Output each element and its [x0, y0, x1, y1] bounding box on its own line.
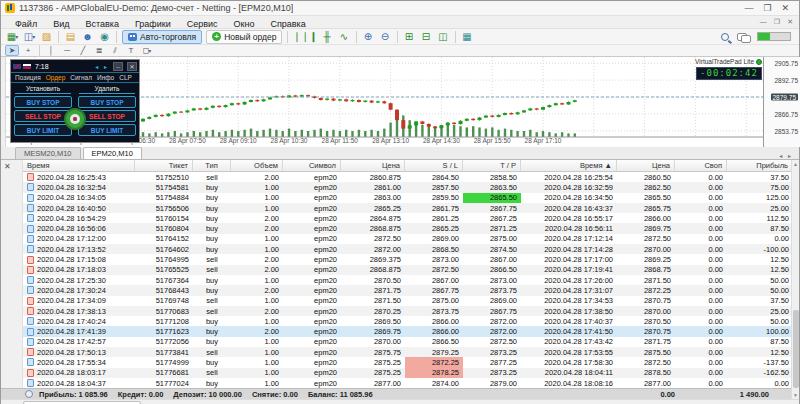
table-row[interactable]: 2020.04.28 16:40:5051756506buy1.00epm202…	[23, 203, 793, 213]
vtp-target-icon[interactable]	[64, 108, 86, 130]
contacts-icon[interactable]: ☻	[80, 30, 95, 44]
shapes-icon[interactable]: ◻▾	[140, 45, 154, 56]
chart-tab-MESM20,M10[interactable]: MESM20,M10	[15, 147, 81, 159]
chart-tab-EPM20,M10[interactable]: EPM20,M10	[83, 147, 142, 159]
table-row[interactable]: 2020.04.28 17:55:3451774999buy1.00epm202…	[23, 357, 793, 367]
column-header-6[interactable]: S / L	[405, 160, 463, 171]
column-header-4[interactable]: Символ	[283, 160, 341, 171]
menu-item-Графики[interactable]: Графики	[127, 19, 179, 29]
arrange-horizontal-icon[interactable]: ⊟	[419, 30, 434, 44]
menu-item-Справка[interactable]: Справка	[262, 19, 313, 29]
column-header-9[interactable]: Цена	[617, 160, 675, 171]
equidistant-channel-icon[interactable]: ⫽	[108, 45, 122, 56]
minimize-button[interactable]: —	[744, 3, 753, 13]
column-header-0[interactable]: Время	[23, 160, 135, 171]
table-row[interactable]: 2020.04.28 17:13:5251764602buy1.00epm202…	[23, 244, 793, 254]
toolbox-close-icon[interactable]: ✕	[4, 162, 11, 171]
crosshair-icon[interactable]: +	[21, 45, 35, 56]
table-row[interactable]: 2020.04.28 17:12:0051764152buy1.00epm202…	[23, 234, 793, 244]
mdi-close-button[interactable]: ✕	[787, 18, 793, 26]
column-header-8[interactable]: Время ▲	[521, 160, 617, 171]
table-row[interactable]: 2020.04.28 16:54:2951760154buy2.00epm202…	[23, 213, 793, 223]
table-row[interactable]: 2020.04.28 16:34:0551754884buy1.00epm202…	[23, 193, 793, 203]
vtp-delete-button-sell-stop[interactable]: SELL STOP	[78, 110, 136, 122]
search-icon[interactable]	[721, 33, 729, 41]
chat-icon[interactable]	[737, 33, 749, 41]
table-row[interactable]: 2020.04.28 17:34:0951769748sell1.00epm20…	[23, 296, 793, 306]
arrange-vertical-icon[interactable]: ◫	[436, 30, 451, 44]
tile-windows-icon[interactable]: ⊞	[402, 30, 417, 44]
vtp-set-button-buy-limit[interactable]: BUY LIMIT	[14, 124, 72, 136]
table-row[interactable]: 2020.04.28 16:56:0651760804buy2.00epm202…	[23, 223, 793, 233]
close-button[interactable]: ✕	[781, 3, 789, 13]
table-row[interactable]: 2020.04.28 17:18:0351765525sell2.00epm20…	[23, 265, 793, 275]
chart-profiles-icon[interactable]: ◫▾	[22, 30, 37, 44]
vtp-close-button[interactable]: ✕	[127, 62, 137, 71]
menu-item-Вставка[interactable]: Вставка	[77, 19, 126, 29]
vtp-delete-button-buy-stop[interactable]: BUY STOP	[78, 96, 136, 108]
cursor-icon[interactable]: ➤	[5, 45, 19, 56]
horizontal-line-icon[interactable]: ─	[60, 45, 74, 56]
column-header-2[interactable]: Тип	[193, 160, 231, 171]
vertical-scroll-thumb[interactable]	[793, 310, 799, 388]
line-chart-icon[interactable]: ∿	[337, 30, 352, 44]
market-icon[interactable]: ▤	[63, 30, 78, 44]
mdi-restore-button[interactable]: ❐	[774, 18, 780, 26]
vertical-scrollbar[interactable]: ▲ ▼	[791, 160, 799, 399]
text-label-icon[interactable]: T	[124, 45, 138, 56]
vtp-titlebar[interactable]: 7:18 ◂ ▸ – ✕	[11, 60, 139, 72]
column-header-5[interactable]: Цена	[341, 160, 405, 171]
table-row[interactable]: 2020.04.28 17:30:2451768443buy2.00epm202…	[23, 285, 793, 295]
horizontal-scrollbar[interactable]	[1, 399, 799, 404]
vtp-tab-CLP[interactable]: CLP	[119, 74, 132, 81]
scroll-up-icon[interactable]: ▲	[792, 161, 799, 167]
menu-item-Окно[interactable]: Окно	[226, 19, 263, 29]
vtp-nav-arrows[interactable]: ◂ ▸	[95, 63, 109, 70]
vtp-tab-Инфо[interactable]: Инфо	[97, 74, 114, 81]
vertical-line-icon[interactable]: │	[44, 45, 58, 56]
depth-of-market-icon[interactable]: ▦	[460, 30, 475, 44]
column-header-3[interactable]: Объем	[231, 160, 283, 171]
vtp-tab-Ордер[interactable]: Ордер	[46, 74, 66, 81]
column-header-11[interactable]: Прибыль	[727, 160, 793, 171]
table-row[interactable]: 2020.04.28 17:38:1351770683sell2.00epm20…	[23, 306, 793, 316]
history-center-icon[interactable]: ▨	[39, 30, 54, 44]
mdi-minimize-button[interactable]: —	[760, 18, 767, 26]
menu-item-Файл[interactable]: Файл	[7, 19, 45, 29]
table-row[interactable]: 2020.04.28 17:41:3951771623buy2.00epm202…	[23, 326, 793, 336]
new-order-button[interactable]: + Новый ордер	[206, 30, 282, 44]
vtp-delete-button-buy-limit[interactable]: BUY LIMIT	[78, 124, 136, 136]
vtp-tab-Сигнал[interactable]: Сигнал	[70, 74, 92, 81]
vtp-set-button-buy-stop[interactable]: BUY STOP	[14, 96, 72, 108]
trendline-icon[interactable]: ╱	[76, 45, 90, 56]
menu-item-Вид[interactable]: Вид	[45, 19, 77, 29]
vtp-minimize-button[interactable]: –	[113, 62, 123, 71]
candles-chart-icon[interactable]: ╫	[320, 30, 335, 44]
cell-Объем: 1.00	[231, 368, 283, 378]
bars-chart-icon[interactable]: ❘❘❙	[292, 30, 317, 44]
column-header-7[interactable]: T / P	[463, 160, 521, 171]
fibonacci-icon[interactable]: ≣	[92, 45, 106, 56]
scroll-down-icon[interactable]: ▼	[792, 392, 799, 398]
column-header-10[interactable]: Своп	[675, 160, 727, 171]
maximize-button[interactable]: ❐	[763, 3, 771, 13]
table-row[interactable]: 2020.04.28 17:15:0851764995sell2.00epm20…	[23, 254, 793, 264]
chart-tab-scroll-arrows[interactable]: ◂ ▸	[779, 152, 799, 159]
table-row[interactable]: 2020.04.28 17:40:2451771208buy1.00epm202…	[23, 316, 793, 326]
zoom-in-icon[interactable]: ⊕	[361, 30, 376, 44]
table-row[interactable]: 2020.04.28 18:03:1751776681sell1.00epm20…	[23, 368, 793, 378]
table-row[interactable]: 2020.04.28 17:25:3051767364buy1.00epm202…	[23, 275, 793, 285]
table-row[interactable]: 2020.04.28 17:50:1351773841sell1.00epm20…	[23, 347, 793, 357]
auto-trading-button[interactable]: Авто-торговля	[122, 30, 202, 44]
chart-area[interactable]: 28 Apr 202028 Apr 05:1028 Apr 06:3028 Ap…	[5, 57, 763, 147]
table-row[interactable]: 2020.04.28 16:25:4351752510sell2.00epm20…	[23, 172, 793, 182]
zoom-out-icon[interactable]: ⊖	[378, 30, 393, 44]
menu-item-Сервис[interactable]: Сервис	[179, 19, 226, 29]
signals-icon[interactable]: ◉	[97, 30, 112, 44]
table-row[interactable]: 2020.04.28 17:42:5751772056buy1.00epm202…	[23, 337, 793, 347]
table-row[interactable]: 2020.04.28 18:04:3751777024buy1.00epm202…	[23, 378, 793, 388]
table-row[interactable]: 2020.04.28 16:32:5451754581buy1.00epm202…	[23, 182, 793, 192]
vtp-tab-Позиция[interactable]: Позиция	[15, 74, 41, 81]
new-chart-icon[interactable]: ▦▾	[5, 30, 20, 44]
column-header-1[interactable]: Тикет	[135, 160, 193, 171]
